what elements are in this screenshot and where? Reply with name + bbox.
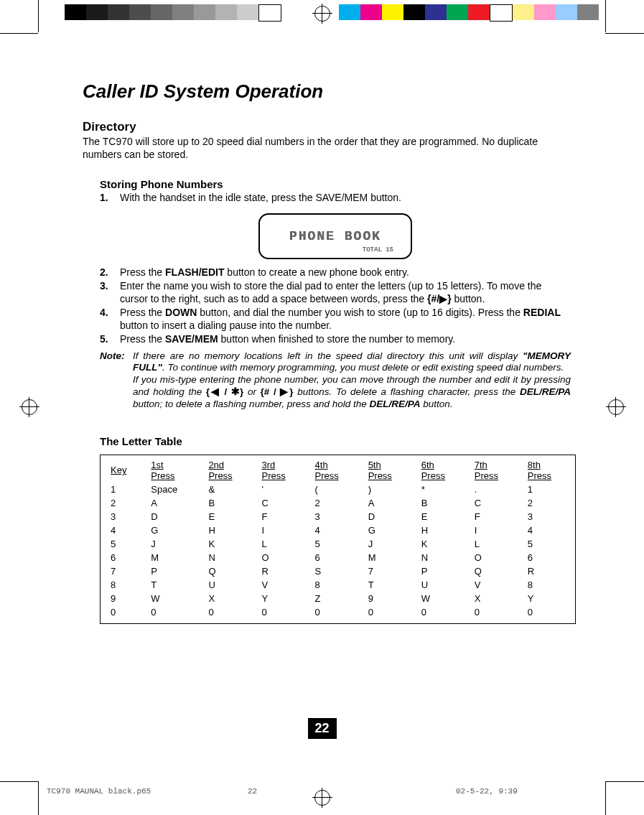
table-cell: P	[146, 564, 204, 578]
table-row: 1Space&'()*.1	[106, 483, 577, 496]
page-content: Caller ID System Operation Directory The…	[83, 80, 571, 624]
table-cell: R	[523, 564, 577, 578]
table-cell: H	[417, 523, 470, 537]
table-cell: 5	[311, 537, 364, 551]
note-block: Note: If there are no memory locations l…	[100, 350, 571, 411]
table-cell: W	[146, 592, 204, 605]
step-text: Press the DOWN button, and dial the numb…	[120, 307, 571, 332]
table-cell: &	[204, 483, 257, 496]
step-text: Press the SAVE/MEM button when finished …	[120, 333, 571, 346]
table-row: 3DEF3DEF3	[106, 510, 577, 523]
color-swatches	[339, 4, 599, 22]
table-cell: G	[364, 523, 417, 537]
table-cell: 4	[106, 523, 146, 537]
registration-target-icon	[314, 6, 330, 22]
page-title: Caller ID System Operation	[83, 80, 571, 103]
table-cell: 0	[364, 605, 417, 619]
letter-table-heading: The Letter Table	[100, 435, 571, 447]
table-cell: N	[417, 551, 470, 564]
table-cell: B	[204, 496, 257, 510]
directory-description: The TC970 will store up to 20 speed dial…	[83, 136, 571, 161]
table-cell: I	[257, 523, 310, 537]
table-cell: )	[364, 483, 417, 496]
storing-steps-cont: 2. Press the FLASH/EDIT button to create…	[100, 266, 571, 346]
step-text: With the handset in the idle state, pres…	[120, 192, 571, 205]
step-item: 1. With the handset in the idle state, p…	[100, 192, 571, 205]
step-number: 2.	[100, 266, 120, 279]
table-cell: Y	[523, 592, 577, 605]
table-cell: 6	[106, 551, 146, 564]
table-cell: P	[417, 564, 470, 578]
step-number: 4.	[100, 307, 120, 332]
table-cell: O	[470, 551, 523, 564]
table-cell: J	[146, 537, 204, 551]
step-item: 3. Enter the name you wish to store the …	[100, 280, 571, 305]
table-cell: E	[417, 510, 470, 523]
table-header-cell: 1stPress	[146, 458, 204, 483]
table-cell: 0	[204, 605, 257, 619]
table-cell: 5	[523, 537, 577, 551]
table-cell: M	[146, 551, 204, 564]
lcd-line-2: TOTAL 15	[363, 246, 393, 253]
table-header-cell: 4thPress	[311, 458, 364, 483]
table-row: 7PQRS7PQR	[106, 564, 577, 578]
table-cell: T	[364, 578, 417, 592]
note-label: Note:	[100, 350, 133, 411]
table-cell: A	[146, 496, 204, 510]
table-cell: E	[204, 510, 257, 523]
table-row: 6MNO6MNO6	[106, 551, 577, 564]
step-item: 5. Press the SAVE/MEM button when finish…	[100, 333, 571, 346]
table-cell: 0	[257, 605, 310, 619]
table-cell: 3	[523, 510, 577, 523]
left-star-symbol: {◀ / ✱}	[206, 386, 243, 397]
table-cell: F	[470, 510, 523, 523]
table-cell: Y	[257, 592, 310, 605]
table-row: 000000000	[106, 605, 577, 619]
step-item: 4. Press the DOWN button, and dial the n…	[100, 307, 571, 332]
footer-page: 22	[248, 787, 456, 796]
table-cell: Z	[311, 592, 364, 605]
table-cell: U	[204, 578, 257, 592]
table-cell: N	[204, 551, 257, 564]
table-header-cell: 5thPress	[364, 458, 417, 483]
table-cell: C	[470, 496, 523, 510]
table-cell: 0	[523, 605, 577, 619]
table-cell: 6	[523, 551, 577, 564]
table-cell: 9	[364, 592, 417, 605]
table-header-cell: 2ndPress	[204, 458, 257, 483]
table-cell: H	[204, 523, 257, 537]
step-number: 1.	[100, 192, 120, 205]
table-cell: 4	[311, 523, 364, 537]
lcd-display: PHONE BOOK TOTAL 15	[258, 213, 412, 259]
table-cell: D	[364, 510, 417, 523]
table-cell: W	[417, 592, 470, 605]
table-cell: Q	[204, 564, 257, 578]
step-number: 5.	[100, 333, 120, 346]
table-cell: 9	[106, 592, 146, 605]
table-cell: 2	[311, 496, 364, 510]
table-row: 9WXYZ9WXY	[106, 592, 577, 605]
table-cell: 2	[106, 496, 146, 510]
table-cell: Space	[146, 483, 204, 496]
table-cell: 4	[523, 523, 577, 537]
table-cell: 6	[311, 551, 364, 564]
table-cell: 3	[311, 510, 364, 523]
table-cell: G	[146, 523, 204, 537]
table-cell: X	[470, 592, 523, 605]
table-row: 5JKL5JKL5	[106, 537, 577, 551]
page-number: 22	[307, 718, 336, 739]
table-cell: I	[470, 523, 523, 537]
letter-table-frame: Key1stPress2ndPress3rdPress4thPress5thPr…	[100, 455, 576, 624]
table-cell: 8	[311, 578, 364, 592]
table-cell: 5	[106, 537, 146, 551]
table-cell: 3	[106, 510, 146, 523]
table-header-cell: 3rdPress	[257, 458, 310, 483]
table-cell: A	[364, 496, 417, 510]
table-cell: 0	[146, 605, 204, 619]
table-cell: 0	[311, 605, 364, 619]
step-number: 3.	[100, 280, 120, 305]
table-cell: L	[470, 537, 523, 551]
table-cell: B	[417, 496, 470, 510]
table-cell: 8	[523, 578, 577, 592]
table-cell: 1	[106, 483, 146, 496]
